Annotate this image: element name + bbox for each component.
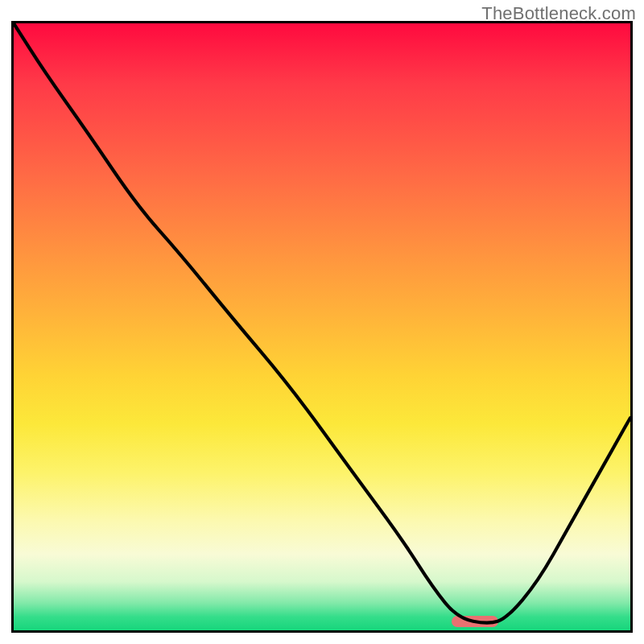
chart-area bbox=[11, 21, 633, 633]
curve-path bbox=[14, 23, 630, 623]
bottleneck-curve bbox=[14, 23, 630, 630]
